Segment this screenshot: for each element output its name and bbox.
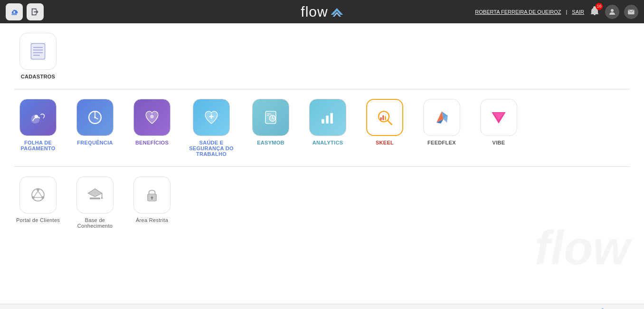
feedflex-icon — [431, 107, 452, 128]
analytics-label: ANALYTICS — [313, 140, 343, 145]
easymob-icon — [260, 107, 281, 128]
header-left — [6, 3, 44, 20]
folha-label: FOLHA DEPAGAMENTO — [20, 140, 55, 151]
easymob-app[interactable]: EASYMOB — [247, 99, 294, 145]
svg-line-47 — [38, 191, 42, 197]
logo: flow — [301, 4, 343, 20]
svg-point-54 — [151, 196, 153, 199]
feedflex-label: FEEDFLEX — [427, 140, 456, 145]
restrita-icon-box — [133, 176, 170, 213]
skeel-icon-box — [366, 99, 403, 136]
cadastros-section: CADASTROS — [14, 33, 630, 89]
notification-bell[interactable]: 16 — [589, 5, 600, 19]
bottom-section: Portal de Clientes Base deConhecimento — [14, 176, 630, 229]
lock-icon — [142, 184, 162, 205]
svg-point-13 — [35, 115, 38, 118]
portal-label: Portal de Clientes — [16, 217, 60, 223]
message-button[interactable] — [624, 5, 638, 19]
svg-point-5 — [611, 9, 614, 12]
vibe-app[interactable]: VIBE — [475, 99, 522, 145]
beneficios-app[interactable]: BENEFÍCIOS — [128, 99, 176, 145]
frequencia-icon-box — [76, 99, 114, 136]
skeel-label: SKEEL — [376, 140, 394, 145]
frequencia-label: FREQUÊNCIA — [77, 140, 113, 145]
cadastros-icon-box — [19, 33, 57, 70]
analytics-icon — [317, 107, 338, 128]
frequencia-icon — [85, 107, 105, 128]
analytics-app[interactable]: ANALYTICS — [304, 99, 351, 145]
restrita-label: Área Restrita — [136, 217, 168, 223]
base-icon-box — [76, 176, 114, 213]
easymob-label: EASYMOB — [257, 140, 284, 145]
saude-app[interactable]: SAÚDE ESEGURANÇA DOTRABALHO — [185, 99, 237, 157]
portal-icon-box — [19, 176, 57, 213]
base-app[interactable]: Base deConhecimento — [71, 176, 119, 229]
svg-point-43 — [37, 188, 39, 191]
svg-rect-34 — [382, 115, 384, 120]
vibe-icon-box — [480, 99, 517, 136]
saude-label: SAÚDE ESEGURANÇA DOTRABALHO — [189, 140, 234, 157]
svg-rect-28 — [322, 119, 324, 124]
feedflex-app[interactable]: FEEDFLEX — [418, 99, 465, 145]
logo-icon — [331, 7, 343, 17]
main-content: CADASTROS FOLHA DEPAGAMENTO — [0, 23, 644, 304]
svg-rect-33 — [380, 117, 382, 120]
skeel-app[interactable]: SKEEL — [361, 99, 408, 145]
list-icon — [28, 41, 48, 62]
person-icon — [608, 8, 616, 16]
svg-marker-50 — [88, 189, 102, 197]
graduation-icon — [85, 184, 105, 205]
portal-icon — [28, 184, 48, 205]
cadastros-app[interactable]: CADASTROS — [14, 33, 62, 79]
logo-text: flow — [301, 4, 328, 20]
feedflex-icon-box — [423, 99, 460, 136]
sair-link[interactable]: SAIR — [572, 9, 584, 15]
frequencia-app[interactable]: FREQUÊNCIA — [71, 99, 119, 145]
upload-button[interactable] — [6, 3, 23, 20]
saude-icon — [201, 107, 222, 128]
portal-app[interactable]: Portal de Clientes — [14, 176, 62, 223]
header-right: ROBERTA FERREIRA DE QUEIROZ | SAIR 16 — [475, 5, 638, 19]
svg-point-52 — [101, 197, 103, 199]
folha-icon — [28, 107, 48, 128]
header: flow ROBERTA FERREIRA DE QUEIROZ | SAIR … — [0, 0, 644, 23]
svg-rect-29 — [326, 116, 329, 124]
folha-icon-box — [19, 99, 57, 136]
beneficios-icon-box — [133, 99, 170, 136]
vibe-label: VIBE — [492, 140, 505, 145]
vibe-icon — [488, 107, 509, 128]
user-avatar-button[interactable] — [605, 5, 619, 19]
svg-rect-30 — [331, 113, 333, 124]
notification-count: 16 — [596, 3, 603, 10]
apps-section: FOLHA DEPAGAMENTO FREQUÊNCIA — [14, 99, 630, 167]
beneficios-label: BENEFÍCIOS — [135, 140, 169, 145]
svg-rect-7 — [31, 44, 45, 59]
user-name-link[interactable]: ROBERTA FERREIRA DE QUEIROZ — [475, 9, 561, 15]
base-label: Base deConhecimento — [77, 217, 113, 229]
skeel-icon — [374, 107, 395, 128]
analytics-icon-box — [309, 99, 346, 136]
easymob-icon-box — [252, 99, 289, 136]
svg-rect-35 — [385, 116, 386, 120]
svg-rect-49 — [90, 198, 100, 200]
svg-line-46 — [34, 191, 38, 197]
folha-app[interactable]: FOLHA DEPAGAMENTO — [14, 99, 62, 151]
header-separator: | — [566, 9, 567, 15]
watermark: flow — [535, 221, 630, 275]
svg-line-32 — [388, 120, 391, 124]
footer: METADADOS FLOW | VERSÃO 202309.01 — [0, 304, 644, 309]
svg-point-19 — [150, 115, 153, 118]
beneficios-icon — [142, 107, 162, 128]
exit-button[interactable] — [27, 3, 44, 20]
saude-icon-box — [193, 99, 230, 136]
envelope-icon — [627, 8, 635, 16]
restrita-app[interactable]: Área Restrita — [128, 176, 176, 223]
cadastros-label: CADASTROS — [21, 74, 55, 79]
